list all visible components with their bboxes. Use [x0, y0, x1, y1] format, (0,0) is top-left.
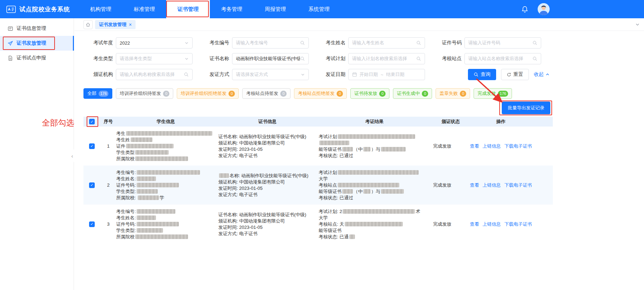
- redacted-text: [363, 189, 370, 194]
- text-segment: ）与: [371, 189, 380, 194]
- text-segment: 考试计划: [319, 134, 337, 139]
- candidate-no-input[interactable]: 请输入考生编号: [232, 37, 309, 49]
- exam-year-select[interactable]: 2022: [116, 37, 193, 49]
- nav-item-org-management[interactable]: 机构管理: [79, 0, 123, 18]
- exam-plan-input[interactable]: 请输入计划名称搜索后选择: [348, 53, 425, 64]
- action-chain-info-link[interactable]: 上链信息: [483, 143, 501, 149]
- exam-result-cell: 考试计划大学考核站点能等级证书（中）与考核状态: 已通过: [319, 166, 433, 205]
- action-download-cert-link[interactable]: 下载电子证书: [505, 221, 532, 227]
- issuance-table: 序号 学生信息 证书信息 考证结果 颁证状态 操作 1考生考生姓证件学生类型所属…: [83, 117, 553, 244]
- search-button[interactable]: 查询: [468, 69, 496, 80]
- assessment-site-input[interactable]: 请输入站点名称搜索后选择: [464, 53, 541, 64]
- bell-icon[interactable]: [521, 6, 529, 13]
- chip-count-badge: 0: [280, 91, 287, 97]
- candidate-type-select[interactable]: 请选择考生类型: [116, 53, 193, 64]
- end-date-placeholder: 结束日期: [386, 71, 405, 78]
- sidebar-item-cert-issuance-management[interactable]: 证书发放管理: [0, 36, 74, 51]
- nav-item-system-management[interactable]: 系统管理: [297, 0, 341, 18]
- action-view-link[interactable]: 查看: [470, 221, 479, 227]
- cert-name-input[interactable]: 动画制作职业技能等级证书(中级): [232, 53, 309, 64]
- home-icon[interactable]: [83, 20, 93, 29]
- text-segment: 学生类型: [116, 150, 135, 155]
- text-segment: 考核站点: 天: [319, 221, 344, 227]
- sidebar-item-cert-pilot-declaration[interactable]: 证书试点申报: [0, 51, 74, 65]
- sidebar-item-label: 证书试点申报: [17, 55, 46, 61]
- row-checkbox[interactable]: [89, 182, 95, 188]
- chevron-down-icon: [185, 41, 189, 45]
- col-header-student: 学生信息: [116, 118, 218, 125]
- issue-method-select[interactable]: 请选择发证方式: [232, 69, 309, 80]
- id-number-input[interactable]: 请输入证件号码: [464, 37, 541, 49]
- nav-item-weekly-report-management[interactable]: 周报管理: [254, 0, 297, 18]
- action-chain-info-link[interactable]: 上链信息: [483, 182, 501, 188]
- redacted-text: [342, 147, 353, 152]
- status-chip-all[interactable]: 全部176: [83, 88, 112, 99]
- chip-count-badge: 0: [337, 91, 343, 97]
- action-download-cert-link[interactable]: 下载电子证书: [505, 143, 532, 149]
- candidate-name-input[interactable]: 请输入考生姓名: [348, 37, 425, 49]
- status-chips: 全部176培训评价组织待签发0培训评价组织拒绝签发0考核站点待签发0考核站点拒绝…: [83, 88, 512, 99]
- table-row: 1考生考生姓证件学生类型所属院校证书名称: 动画制作职业技能等级证书(中级)颁证…: [83, 127, 553, 166]
- student-info-cell: 考生编号:考生姓名:证件号码:学生类型:所属院校: [116, 205, 218, 244]
- issuing-org-input[interactable]: 请输入机构名称搜索后选择: [116, 69, 193, 80]
- cell-line: 考试计划: 2术: [319, 208, 430, 215]
- sidebar: 证书信息管理证书发放管理证书试点申报: [0, 18, 74, 290]
- col-header-exam: 考证结果: [319, 118, 433, 125]
- row-checkbox[interactable]: [89, 143, 95, 149]
- tab-cert-issuance[interactable]: 证书发放管理 ×: [95, 20, 136, 29]
- text-segment: 学: [160, 195, 164, 200]
- tab-label: 证书发放管理: [99, 21, 126, 28]
- filter-label-candidate-name: 考生姓名: [317, 40, 348, 46]
- batch-export-button[interactable]: 批量导出发证记录: [502, 102, 550, 114]
- text-segment: ）与: [371, 147, 380, 152]
- status-chip-cert-generating[interactable]: 证书生成中0: [393, 88, 432, 99]
- status-chip-cert-to-issue[interactable]: 证书待发放0: [350, 88, 389, 99]
- redacted-text: [345, 222, 403, 226]
- certificate-icon: [8, 26, 13, 31]
- action-view-link[interactable]: 查看: [470, 143, 479, 149]
- filter-field-issue-method: 发证方式请选择发证方式: [201, 69, 317, 80]
- filter-field-id-number: 证件号码请输入证件号码: [433, 37, 550, 49]
- filter-label-candidate-no: 考生编号: [201, 40, 232, 46]
- redacted-text: [338, 170, 419, 175]
- action-view-link[interactable]: 查看: [470, 182, 479, 188]
- action-download-cert-link[interactable]: 下载电子证书: [505, 182, 532, 188]
- nav-item-exam-affairs-management[interactable]: 考务管理: [210, 0, 254, 18]
- top-navbar: 试点院校业务系统 机构管理标准管理证书管理考务管理周报管理系统管理: [0, 0, 644, 18]
- search-icon: [532, 56, 537, 61]
- redacted-text: [338, 134, 415, 139]
- row-seq: 1: [100, 127, 116, 166]
- issue-date-input[interactable]: 开始日期~结束日期: [348, 69, 425, 80]
- filter-field-candidate-type: 考生类型请选择考生类型: [85, 53, 201, 64]
- redacted-text: [126, 144, 174, 148]
- filter-label-exam-plan: 考试计划: [317, 56, 348, 62]
- reset-button[interactable]: 重置: [501, 69, 529, 80]
- status-chip-training-org-pending[interactable]: 培训评价组织待签发0: [116, 88, 173, 99]
- cell-line: 发证方式: 电子证书: [218, 153, 317, 159]
- status-chip-seal-failed[interactable]: 盖章失败0: [436, 88, 470, 99]
- nav-right: [521, 0, 644, 18]
- action-chain-info-link[interactable]: 上链信息: [483, 221, 501, 227]
- cell-line: 能等级证书: [319, 227, 430, 234]
- search-icon: [184, 72, 189, 77]
- nav-item-certificate-management[interactable]: 证书管理: [166, 0, 210, 18]
- avatar[interactable]: [538, 3, 550, 15]
- chevron-down-icon: [185, 57, 189, 61]
- status-chip-issued[interactable]: 完成发放176: [474, 88, 512, 99]
- sidebar-collapse-handle[interactable]: ‹: [69, 149, 75, 162]
- sidebar-item-cert-info-management[interactable]: 证书信息管理: [0, 21, 74, 36]
- row-checkbox[interactable]: [89, 221, 95, 227]
- chevron-down-icon[interactable]: [635, 22, 640, 28]
- chip-label: 培训评价组织待签发: [120, 90, 161, 97]
- status-chip-training-org-rejected[interactable]: 培训评价组织拒绝签发0: [177, 88, 239, 99]
- text-segment: 所属院校:: [116, 195, 137, 200]
- status-chip-site-rejected[interactable]: 考核站点拒绝签发0: [294, 88, 347, 99]
- filter-row: 考生类型请选择考生类型证书名称动画制作职业技能等级证书(中级)考试计划请输入计划…: [85, 53, 550, 64]
- status-chip-site-pending[interactable]: 考核站点待签发0: [242, 88, 290, 99]
- nav-item-standard-management[interactable]: 标准管理: [123, 0, 166, 18]
- collapse-toggle[interactable]: 收起: [534, 71, 550, 78]
- select-all-checkbox[interactable]: [89, 119, 95, 124]
- close-icon[interactable]: ×: [129, 22, 132, 27]
- nav-menu: 机构管理标准管理证书管理考务管理周报管理系统管理: [79, 0, 341, 18]
- row-seq: 3: [100, 205, 116, 244]
